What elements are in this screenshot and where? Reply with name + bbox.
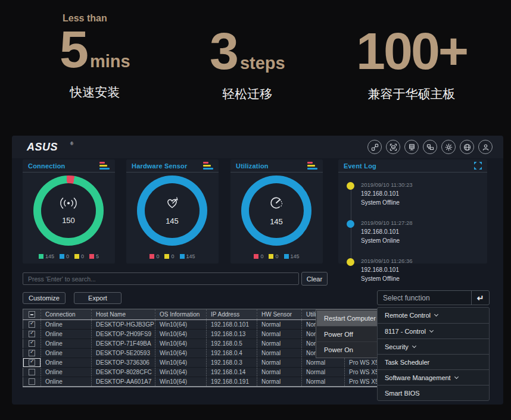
row-checkbox[interactable] [29, 331, 35, 337]
table-cell: 192.168.0.4 [207, 349, 257, 358]
table-cell: Normal [302, 368, 345, 377]
event-status: System Offline [361, 274, 412, 283]
row-checkbox[interactable] [29, 369, 35, 375]
event-status: System Online [361, 236, 412, 245]
row-checkbox[interactable] [29, 359, 35, 366]
row-checkbox[interactable] [29, 321, 35, 328]
function-menu-item[interactable]: Remote Control [378, 308, 489, 323]
gauge-icon [269, 195, 284, 213]
row-checkbox[interactable] [29, 340, 35, 347]
legend-swatch [180, 254, 185, 259]
stat-unit: steps [240, 54, 285, 73]
donut-legend: 145005 [23, 253, 115, 259]
legend-item: 0 [164, 253, 174, 259]
globe-icon[interactable] [460, 140, 474, 154]
legend-value: 0 [171, 253, 174, 259]
legend-swatch [269, 254, 273, 259]
bar-chart-toggle-icon[interactable] [307, 162, 317, 170]
legend-swatch [164, 254, 169, 259]
select-all-checkbox[interactable] [29, 311, 35, 318]
function-menu-label: Software Management [385, 374, 451, 381]
column-header[interactable]: IP Address [207, 309, 257, 320]
function-menu-label: Security [385, 343, 409, 350]
column-header[interactable]: OS Information [155, 309, 207, 320]
table-cell: DESKTOP-2H09FS9 [92, 330, 155, 339]
legend-item: 0 [149, 253, 159, 259]
user-icon[interactable] [478, 140, 493, 154]
legend-item: 145 [39, 253, 54, 259]
event-ip: 192.168.0.101 [361, 227, 412, 236]
column-header[interactable]: HW Sensor [257, 309, 302, 320]
stat-unit: mins [90, 52, 130, 71]
table-cell: Win10(64) [155, 368, 207, 377]
panel-event-log: Event Log 2019/09/10 11:30:23192.168.0.1… [338, 159, 487, 264]
stat-quick-install: Less than 5 mins 快速安装 [60, 13, 130, 101]
panel-utilization: Utilization 145 00145 [230, 159, 323, 264]
table-cell: DESKTOP-3736306 [92, 358, 155, 368]
function-menu-item[interactable]: Software Management [378, 369, 489, 385]
table-cell: 192.168.0.13 [207, 330, 257, 339]
event-time: 2019/09/10 11:30:23 [361, 181, 412, 189]
legend-value: 0 [156, 253, 159, 259]
column-header[interactable]: Host Name [92, 309, 155, 320]
panel-connection: Connection 150 145005 [23, 159, 115, 264]
asus-logo: ASUS ® [26, 141, 73, 153]
table-cell: Win10(64) [155, 330, 207, 339]
table-cell: Win10(64) [155, 339, 207, 349]
table-cell: Online [41, 358, 92, 368]
event-dot [347, 258, 354, 266]
legend-item: 0 [74, 253, 84, 259]
network-icon[interactable] [423, 140, 437, 154]
function-menu-item[interactable]: Task Scheduler [378, 354, 489, 369]
export-button[interactable]: Export [74, 292, 121, 304]
function-menu-label: Remote Control [385, 312, 431, 319]
table-cell: Normal [257, 349, 302, 358]
function-menu-item[interactable]: Smart BIOS [378, 385, 489, 400]
expand-icon[interactable] [474, 162, 482, 170]
link-icon[interactable] [367, 140, 382, 154]
legend-value: 145 [45, 253, 54, 259]
row-checkbox[interactable] [29, 378, 35, 385]
table-cell: 192.168.0.5 [207, 339, 257, 349]
bar-chart-toggle-icon[interactable] [99, 162, 110, 170]
panel-title: Utilization [236, 162, 269, 170]
legend-value: 0 [275, 253, 278, 259]
server-icon[interactable] [404, 140, 419, 154]
select-function-box: ↵ [377, 290, 490, 305]
column-header[interactable]: Connection [41, 309, 92, 320]
customize-button[interactable]: Customize [23, 292, 66, 304]
stat-value: 5 [60, 26, 87, 74]
legend-value: 145 [186, 253, 195, 259]
chevron-down-icon [412, 343, 416, 347]
event-entry: 2019/09/10 11:30:23192.168.0.101System O… [347, 181, 412, 207]
search-input[interactable] [23, 272, 299, 285]
event-status: System Offline [361, 198, 412, 207]
remote-scan-icon[interactable] [386, 140, 400, 154]
legend-swatch [149, 254, 154, 259]
gear-icon[interactable] [441, 140, 456, 154]
stat-value: 100+ [356, 27, 467, 76]
function-menu-item[interactable]: Security [378, 338, 489, 354]
legend-value: 0 [260, 253, 263, 259]
event-dot [347, 182, 354, 190]
event-ip: 192.168.0.101 [361, 265, 412, 274]
return-arrow-icon[interactable]: ↵ [471, 291, 489, 305]
legend-swatch [89, 254, 94, 259]
select-function-input[interactable] [378, 294, 471, 302]
row-checkbox[interactable] [29, 350, 35, 356]
bar-chart-toggle-icon[interactable] [203, 162, 213, 170]
panel-hardware-sensor: Hardware Sensor 145 00145 [126, 159, 219, 264]
clear-button[interactable]: Clear [301, 272, 328, 286]
legend-swatch [284, 254, 289, 259]
select-all-header[interactable] [23, 309, 41, 320]
table-cell: Online [41, 320, 92, 330]
function-menu-item[interactable]: 8117 - Control [378, 323, 489, 338]
chevron-down-icon [454, 374, 459, 378]
svg-text:ASUS: ASUS [26, 141, 58, 153]
function-menu-label: Smart BIOS [385, 390, 420, 397]
table-cell: Online [41, 377, 92, 387]
table-cell: 192.168.0.101 [207, 320, 257, 330]
panel-title: Hardware Sensor [132, 162, 187, 170]
donut-value: 145 [166, 217, 179, 225]
event-time: 2019/09/10 11:26:36 [361, 257, 412, 265]
